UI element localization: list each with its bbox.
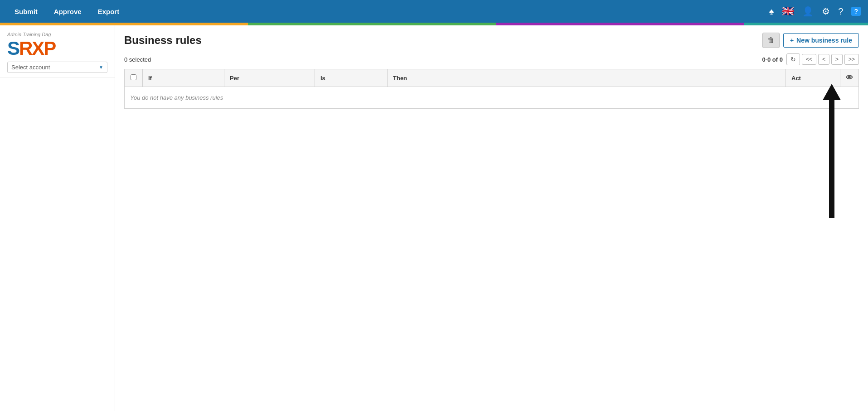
table-body: You do not have any business rules: [125, 87, 859, 109]
trash-icon: 🗑: [767, 36, 775, 44]
column-if: If: [143, 69, 224, 87]
page-header: Business rules 🗑 + New business rule: [124, 33, 859, 48]
plus-icon: +: [790, 37, 794, 44]
new-business-rule-button[interactable]: + New business rule: [783, 33, 859, 48]
column-then: Then: [388, 69, 786, 87]
page-title: Business rules: [124, 34, 202, 47]
topbar-nav: Submit Approve Export: [7, 4, 758, 19]
admin-label: Admin Training Dag: [7, 32, 107, 37]
info-icon[interactable]: ?: [851, 7, 861, 16]
dropdown-arrow-icon: ▼: [99, 65, 103, 70]
table-header-row: If Per Is Then Act 👁: [125, 69, 859, 87]
empty-state-message: You do not have any business rules: [125, 87, 859, 109]
nav-export[interactable]: Export: [91, 4, 127, 19]
user-icon[interactable]: 👤: [802, 6, 814, 17]
empty-state-row: You do not have any business rules: [125, 87, 859, 109]
pagination-info: 0-0 of 0: [762, 56, 783, 63]
select-account-dropdown[interactable]: Select account ▼: [7, 62, 107, 73]
refresh-button[interactable]: ↻: [786, 53, 800, 65]
sidebar: Admin Training Dag SRXP Select account ▼: [0, 25, 115, 411]
toolbar-row: 0 selected 0-0 of 0 ↻ << < > >>: [124, 53, 859, 65]
select-all-checkbox[interactable]: [131, 74, 136, 80]
superman-icon[interactable]: ♠: [769, 6, 774, 17]
next-page-button[interactable]: >: [831, 54, 843, 65]
nav-approve[interactable]: Approve: [47, 4, 89, 19]
table-header: If Per Is Then Act 👁: [125, 69, 859, 87]
logo: SRXP: [7, 39, 107, 58]
visibility-icon[interactable]: 👁: [846, 74, 853, 82]
delete-button[interactable]: 🗑: [762, 33, 780, 48]
column-checkbox: [125, 69, 143, 87]
last-page-button[interactable]: >>: [844, 54, 859, 65]
header-actions: 🗑 + New business rule: [762, 33, 859, 48]
sidebar-logo-area: Admin Training Dag SRXP Select account ▼: [0, 25, 115, 78]
settings-icon[interactable]: ⚙: [822, 6, 830, 17]
column-visibility: 👁: [840, 69, 859, 87]
help-icon[interactable]: ?: [838, 6, 843, 17]
nav-submit[interactable]: Submit: [7, 4, 45, 19]
selected-count: 0 selected: [124, 56, 151, 63]
topbar: Submit Approve Export ♠ 🇬🇧 👤 ⚙ ? ?: [0, 0, 868, 23]
language-flag-icon[interactable]: 🇬🇧: [782, 5, 794, 17]
new-business-rule-label: New business rule: [796, 37, 852, 44]
column-is: Is: [315, 69, 388, 87]
prev-page-button[interactable]: <: [818, 54, 829, 65]
select-account-label: Select account: [11, 64, 50, 71]
layout: Admin Training Dag SRXP Select account ▼…: [0, 25, 868, 411]
topbar-icons: ♠ 🇬🇧 👤 ⚙ ? ?: [769, 5, 861, 17]
first-page-button[interactable]: <<: [802, 54, 816, 65]
main-content: Business rules 🗑 + New business rule 0 s…: [115, 25, 868, 411]
pagination-controls: 0-0 of 0 ↻ << < > >>: [762, 53, 859, 65]
column-act: Act: [786, 69, 840, 87]
column-per: Per: [224, 69, 315, 87]
rules-table: If Per Is Then Act 👁 You do not have any…: [124, 69, 859, 109]
